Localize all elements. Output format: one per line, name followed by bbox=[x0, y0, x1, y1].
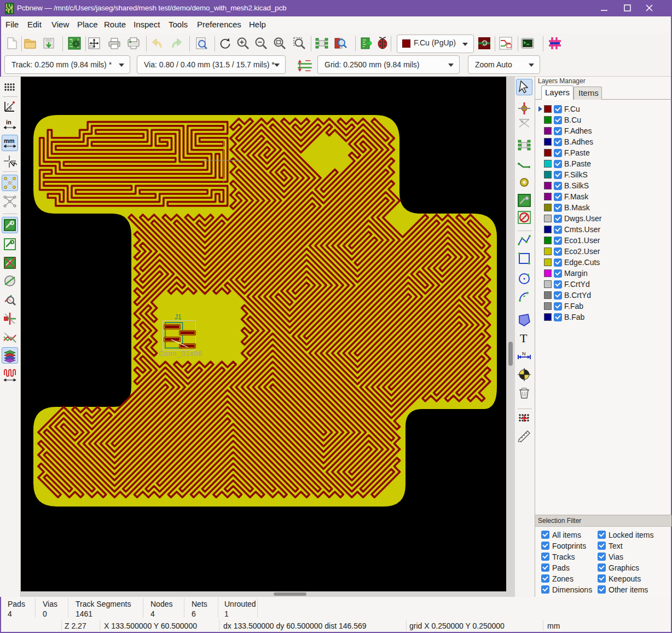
svg-text:in: in bbox=[6, 119, 11, 125]
svg-text:θ: θ bbox=[9, 106, 11, 111]
svg-text:J1: J1 bbox=[175, 313, 182, 321]
svg-text:Conn_01x06: Conn_01x06 bbox=[159, 350, 202, 358]
svg-text:N: N bbox=[522, 351, 526, 356]
svg-text:mm: mm bbox=[4, 137, 15, 144]
svg-text:T: T bbox=[520, 331, 528, 345]
